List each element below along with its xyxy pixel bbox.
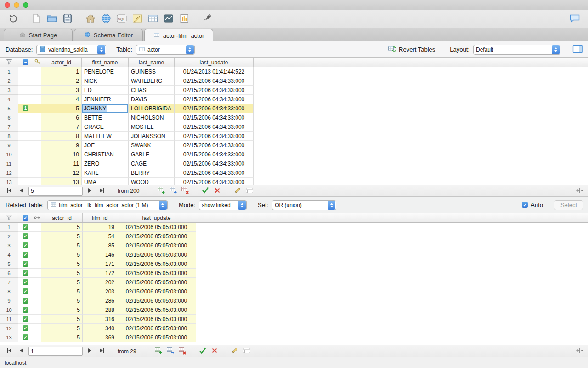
row-marker-cell[interactable] <box>18 76 33 86</box>
cell-last-update[interactable]: 02/15/2006 05:05:03:000 <box>117 232 196 241</box>
cell-last-update[interactable]: 01/24/2013 01:41:44:522 <box>175 67 254 76</box>
cell-actor-id[interactable]: 5 <box>41 250 83 259</box>
row-linked-checkbox-cell[interactable]: ✓ <box>18 324 33 333</box>
linked-check-icon[interactable]: ✓ <box>23 288 28 294</box>
main-grid-row[interactable]: 66BETTENICHOLSON02/15/2006 04:34:33:000 <box>0 113 254 122</box>
related-grid-row[interactable]: 9✓528602/15/2006 05:05:03:000 <box>0 296 196 305</box>
editing-cell-first-name[interactable]: JOHNNY <box>82 104 129 113</box>
cell-first-name[interactable]: BETTE <box>82 113 129 122</box>
column-header-last-update[interactable]: last_update <box>117 213 196 222</box>
connection-button[interactable] <box>199 12 215 26</box>
row-marker-cell[interactable]: 1 <box>18 104 33 113</box>
next-record-button[interactable] <box>85 347 95 356</box>
cell-actor-id[interactable]: 5 <box>41 223 83 232</box>
cell-actor-id[interactable]: 5 <box>41 104 82 113</box>
cell-actor-id[interactable]: 8 <box>41 132 82 141</box>
diagram-button[interactable] <box>130 12 145 26</box>
row-linked-checkbox-cell[interactable]: ✓ <box>18 305 33 315</box>
cell-film-id[interactable]: 316 <box>83 315 117 324</box>
row-number-cell[interactable]: 3 <box>0 241 18 250</box>
cell-last-name[interactable]: GABLE <box>129 150 175 159</box>
row-linked-checkbox-cell[interactable]: ✓ <box>18 269 33 278</box>
cell-last-update[interactable]: 02/15/2006 04:34:33:000 <box>175 95 254 104</box>
cell-first-name[interactable]: JOE <box>82 141 129 150</box>
cell-actor-id[interactable]: 5 <box>41 324 83 333</box>
row-linked-checkbox-cell[interactable]: ✓ <box>18 241 33 250</box>
related-grid-row[interactable]: 2✓55402/15/2006 05:05:03:000 <box>0 232 196 241</box>
cell-last-name[interactable]: WAHLBERG <box>129 76 175 86</box>
row-marker-cell[interactable] <box>18 132 33 141</box>
row-number-cell[interactable]: 2 <box>0 76 18 86</box>
cell-first-name[interactable]: CHRISTIAN <box>82 150 129 159</box>
row-marker-cell[interactable] <box>18 122 33 132</box>
row-number-cell[interactable]: 6 <box>0 113 18 122</box>
cell-last-update[interactable]: 02/15/2006 04:34:33:000 <box>175 122 254 132</box>
main-grid-row[interactable]: 515JOHNNYLOLLOBRIGIDA02/15/2006 04:34:33… <box>0 104 254 113</box>
cell-last-update[interactable]: 02/15/2006 05:05:03:000 <box>117 259 196 269</box>
accept-changes-button[interactable] <box>201 187 210 195</box>
row-number-cell[interactable]: 11 <box>0 315 18 324</box>
main-grid-row[interactable]: 1010CHRISTIANGABLE02/15/2006 04:34:33:00… <box>0 150 254 159</box>
cell-actor-id[interactable]: 12 <box>41 168 82 178</box>
close-window-button[interactable] <box>5 2 10 8</box>
cell-last-name[interactable]: NICHOLSON <box>129 113 175 122</box>
last-record-button[interactable] <box>97 187 107 195</box>
cell-first-name[interactable]: JENNIFER <box>82 95 129 104</box>
open-button[interactable] <box>44 12 60 26</box>
linked-check-icon[interactable]: ✓ <box>23 334 28 340</box>
cell-last-update[interactable]: 02/15/2006 04:34:33:000 <box>175 86 254 95</box>
linked-check-icon[interactable]: ✓ <box>23 224 28 230</box>
row-number-cell[interactable]: 13 <box>0 333 18 342</box>
set-dropdown[interactable]: OR (union) <box>272 200 336 210</box>
select-all-checkbox[interactable]: – <box>23 59 28 65</box>
previous-record-button[interactable] <box>17 347 26 356</box>
cell-last-update[interactable]: 02/15/2006 05:05:03:000 <box>117 315 196 324</box>
row-number-cell[interactable]: 7 <box>0 122 18 132</box>
cell-last-update[interactable]: 02/15/2006 05:05:03:000 <box>117 333 196 342</box>
schema-editor-button[interactable] <box>98 12 114 26</box>
linked-check-icon[interactable]: ✓ <box>23 316 28 322</box>
cell-first-name[interactable]: MATTHEW <box>82 132 129 141</box>
related-grid-row[interactable]: 5✓517102/15/2006 05:05:03:000 <box>0 259 196 269</box>
row-number-cell[interactable]: 3 <box>0 86 18 95</box>
row-linked-checkbox-cell[interactable]: ✓ <box>18 232 33 241</box>
cell-film-id[interactable]: 288 <box>83 305 117 315</box>
row-marker-cell[interactable] <box>18 178 33 185</box>
cell-actor-id[interactable]: 5 <box>41 259 83 269</box>
delete-record-button[interactable] <box>178 347 187 356</box>
row-number-cell[interactable]: 13 <box>0 178 18 185</box>
row-linked-checkbox-cell[interactable]: ✓ <box>18 296 33 305</box>
select-button[interactable]: Select <box>554 200 583 210</box>
row-number-cell[interactable]: 4 <box>0 95 18 104</box>
cell-last-name[interactable]: LOLLOBRIGIDA <box>129 104 175 113</box>
record-position-input[interactable] <box>28 347 83 356</box>
cell-last-update[interactable]: 02/15/2006 05:05:03:000 <box>117 324 196 333</box>
panel-toggle-button[interactable] <box>572 45 583 55</box>
cell-last-update[interactable]: 02/15/2006 04:34:33:000 <box>175 178 254 185</box>
cell-first-name[interactable]: PENELOPE <box>82 67 129 76</box>
related-grid-row[interactable]: 1✓51902/15/2006 05:05:03:000 <box>0 223 196 232</box>
auto-checkbox-row[interactable]: ✓ Auto <box>522 201 543 208</box>
cell-last-update[interactable]: 02/15/2006 04:34:33:000 <box>175 104 254 113</box>
first-record-button[interactable] <box>5 347 14 356</box>
select-all-checkbox[interactable]: ✓ <box>23 215 28 221</box>
table-dropdown[interactable]: actor <box>136 45 195 55</box>
linked-check-icon[interactable]: ✓ <box>23 242 28 248</box>
row-linked-checkbox-cell[interactable]: ✓ <box>18 223 33 232</box>
cell-last-name[interactable]: GUINESS <box>129 67 175 76</box>
tab-schema-editor[interactable]: Schema Editor <box>74 29 143 41</box>
data-editor-button[interactable] <box>145 12 161 26</box>
cell-actor-id[interactable]: 10 <box>41 150 82 159</box>
row-number-cell[interactable]: 6 <box>0 269 18 278</box>
cell-actor-id[interactable]: 5 <box>41 241 83 250</box>
column-header-first-name[interactable]: first_name <box>82 58 129 67</box>
row-linked-checkbox-cell[interactable]: ✓ <box>18 287 33 296</box>
undo-button[interactable] <box>6 12 21 26</box>
row-number-cell[interactable]: 12 <box>0 324 18 333</box>
column-header-film-id[interactable]: film_id <box>83 213 117 222</box>
layout-dropdown[interactable]: Default <box>473 45 560 55</box>
cell-actor-id[interactable]: 5 <box>41 269 83 278</box>
cell-first-name[interactable]: UMA <box>82 178 129 185</box>
linked-check-icon[interactable]: ✓ <box>23 252 28 258</box>
row-number-cell[interactable]: 12 <box>0 168 18 178</box>
